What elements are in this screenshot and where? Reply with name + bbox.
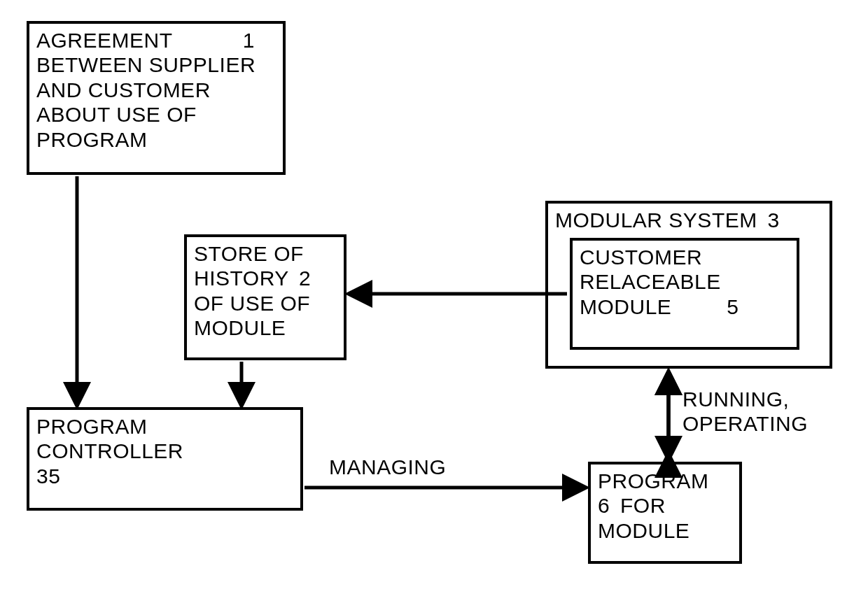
crm-line1: CUSTOMER	[580, 246, 702, 269]
controller-line2: CONTROLLER	[36, 439, 183, 462]
label-running-operating: RUNNING, OPERATING	[682, 387, 808, 437]
agreement-line2: BETWEEN SUPPLIER	[36, 53, 255, 76]
program-module-line2b: FOR	[620, 494, 666, 517]
store-line2a: HISTORY	[194, 267, 288, 290]
store-line4: MODULE	[194, 316, 286, 339]
box-program-controller: PROGRAM CONTROLLER 35	[27, 407, 303, 511]
box-customer-replaceable-module: CUSTOMER RELACEABLE MODULE 5	[570, 238, 799, 350]
agreement-line5: PROGRAM	[36, 128, 148, 151]
modular-system-num: 3	[768, 208, 780, 232]
program-module-line3: MODULE	[598, 519, 690, 542]
crm-line3a: MODULE	[580, 295, 671, 318]
agreement-line3: AND CUSTOMER	[36, 78, 211, 101]
agreement-line1: AGREEMENT	[36, 29, 173, 52]
store-line1: STORE OF	[194, 242, 304, 265]
crm-line2: RELACEABLE	[580, 270, 721, 293]
store-num: 2	[299, 267, 311, 290]
program-module-line2a: 6	[598, 494, 610, 517]
agreement-num: 1	[243, 28, 255, 52]
box-agreement: AGREEMENT 1 BETWEEN SUPPLIER AND CUSTOME…	[27, 21, 286, 175]
box-store-history: STORE OF HISTORY 2 OF USE OF MODULE	[184, 234, 346, 360]
store-line3: OF USE OF	[194, 292, 310, 315]
modular-system-text: MODULAR SYSTEM	[555, 208, 757, 232]
box-program-for-module: PROGRAM 6 FOR MODULE	[588, 462, 742, 564]
agreement-line4: ABOUT USE OF	[36, 103, 197, 126]
controller-num: 35	[36, 464, 60, 488]
program-module-line1: PROGRAM	[598, 469, 709, 492]
running-line2: OPERATING	[682, 412, 808, 435]
running-line1: RUNNING,	[682, 388, 789, 411]
crm-num: 5	[727, 295, 738, 318]
controller-line1: PROGRAM	[36, 415, 148, 438]
label-managing: MANAGING	[329, 455, 446, 479]
